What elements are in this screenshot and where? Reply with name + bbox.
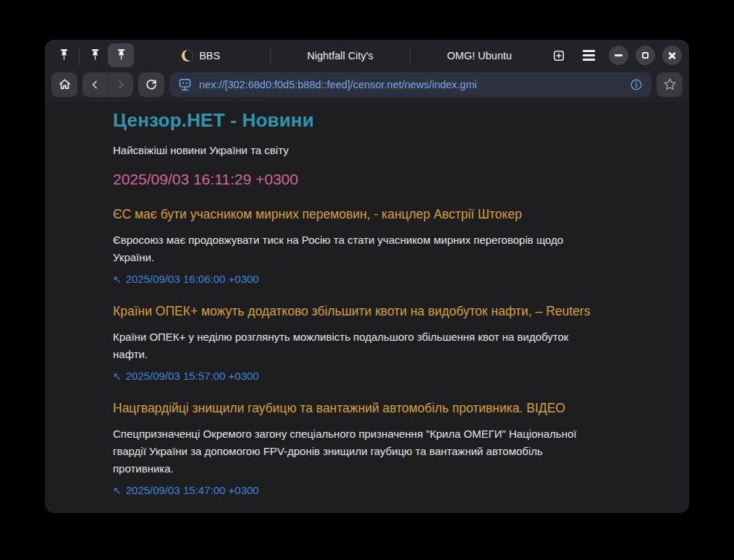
page-title: Цензор.НЕТ - Новини <box>113 109 660 132</box>
browser-window: BBS Nightfall City's OMG! Ubuntu <box>45 40 689 513</box>
menu-button[interactable] <box>577 43 602 67</box>
article-link[interactable]: ↖2025/09/03 15:57:00 +0300 <box>113 370 660 382</box>
tabbar-separator <box>410 46 410 65</box>
crescent-moon-icon <box>182 50 193 61</box>
url-input[interactable]: nex://[302:68d0:f0d5:b88d::feed]/censor.… <box>169 72 651 97</box>
maximize-icon <box>642 52 649 59</box>
article-summary: Країни ОПЕК+ у неділю розглянуть можливі… <box>113 328 599 363</box>
pushpin-icon <box>90 48 101 63</box>
northwest-arrow-icon: ↖ <box>113 273 122 285</box>
article-headline: Нацгвардійці знищили гаубицю та вантажни… <box>113 401 660 416</box>
pinned-tab-button-2[interactable] <box>82 43 108 67</box>
tab-label: BBS <box>199 50 220 61</box>
minimize-icon <box>615 54 623 56</box>
reload-icon <box>144 77 159 92</box>
reload-button[interactable] <box>138 72 164 97</box>
article-3: Нацгвардійці знищили гаубицю та вантажни… <box>113 401 660 496</box>
home-button[interactable] <box>51 72 77 97</box>
tabbar-separator <box>270 46 271 65</box>
minimize-button[interactable] <box>609 46 628 65</box>
article-headline: ЄС має бути учасником мирних перемовин, … <box>113 207 660 222</box>
forward-button[interactable] <box>108 72 133 97</box>
tab-bbs[interactable]: BBS <box>134 40 268 71</box>
article-link[interactable]: ↖2025/09/03 16:06:00 +0300 <box>113 273 660 285</box>
article-link[interactable]: ↖2025/09/03 15:47:00 +0300 <box>113 484 660 496</box>
pinned-tab-button-1[interactable] <box>51 43 77 67</box>
article-2: Країни ОПЕК+ можуть додатково збільшити … <box>113 304 660 382</box>
hamburger-menu-icon <box>583 50 595 60</box>
info-icon[interactable] <box>629 77 644 92</box>
tab-label: Nightfall City's <box>307 50 373 61</box>
article-headline: Країни ОПЕК+ можуть додатково збільшити … <box>113 304 660 319</box>
article-summary: Євросоюз має продовжувати тиск на Росію … <box>113 232 599 266</box>
article-link-time: 2025/09/03 15:57:00 +0300 <box>126 370 259 382</box>
maximize-button[interactable] <box>636 46 655 65</box>
chevron-right-icon <box>114 78 127 91</box>
home-icon <box>57 77 72 92</box>
page-subtitle: Найсвіжіші новини України та світу <box>113 144 660 156</box>
tab-label: OMG! Ubuntu <box>447 50 512 61</box>
bookmark-button[interactable] <box>657 72 683 97</box>
tab-nightfall-citys[interactable]: Nightfall City's <box>273 40 407 71</box>
chevron-left-icon <box>88 78 101 91</box>
back-button[interactable] <box>83 72 108 97</box>
page-content: Цензор.НЕТ - Новини Найсвіжіші новини Ук… <box>45 102 689 496</box>
history-nav-group <box>83 72 133 97</box>
close-icon <box>667 51 676 60</box>
monitor-terminal-icon <box>177 77 193 92</box>
url-text: nex://[302:68d0:f0d5:b88d::feed]/censor.… <box>199 79 623 90</box>
navigation-bar: nex://[302:68d0:f0d5:b88d::feed]/censor.… <box>45 71 689 102</box>
article-1: ЄС має бути учасником мирних перемовин, … <box>113 207 660 285</box>
plus-square-icon <box>552 48 566 63</box>
star-icon <box>662 77 678 92</box>
article-summary: Спецпризначенці Окремого загону спеціаль… <box>113 425 599 478</box>
northwest-arrow-icon: ↖ <box>113 485 122 496</box>
pushpin-icon <box>59 48 69 63</box>
feed-timestamp-heading: 2025/09/03 16:11:29 +0300 <box>113 171 660 188</box>
pinned-tab-button-3[interactable] <box>108 43 134 67</box>
close-button[interactable] <box>662 46 682 65</box>
new-tab-button[interactable] <box>547 43 571 67</box>
tabbar-separator <box>79 46 80 65</box>
pushpin-icon <box>116 48 127 63</box>
tab-omg-ubuntu[interactable]: OMG! Ubuntu <box>413 40 547 71</box>
article-link-time: 2025/09/03 16:06:00 +0300 <box>126 273 259 285</box>
tab-bar: BBS Nightfall City's OMG! Ubuntu <box>45 40 689 71</box>
northwest-arrow-icon: ↖ <box>113 370 122 382</box>
article-link-time: 2025/09/03 15:47:00 +0300 <box>126 484 259 496</box>
browser-chrome: BBS Nightfall City's OMG! Ubuntu <box>45 40 689 102</box>
